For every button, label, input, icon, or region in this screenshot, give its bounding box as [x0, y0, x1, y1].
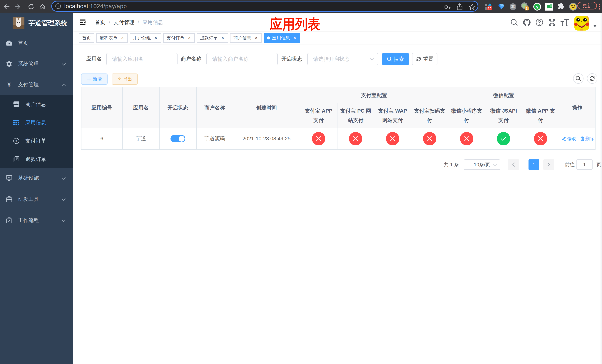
svg-text:10: 10 — [488, 7, 492, 10]
svg-text:¥: ¥ — [15, 139, 17, 143]
svg-text:y: y — [536, 4, 539, 10]
svg-text:1: 1 — [526, 7, 527, 10]
svg-text:⌘: ⌘ — [511, 4, 515, 9]
